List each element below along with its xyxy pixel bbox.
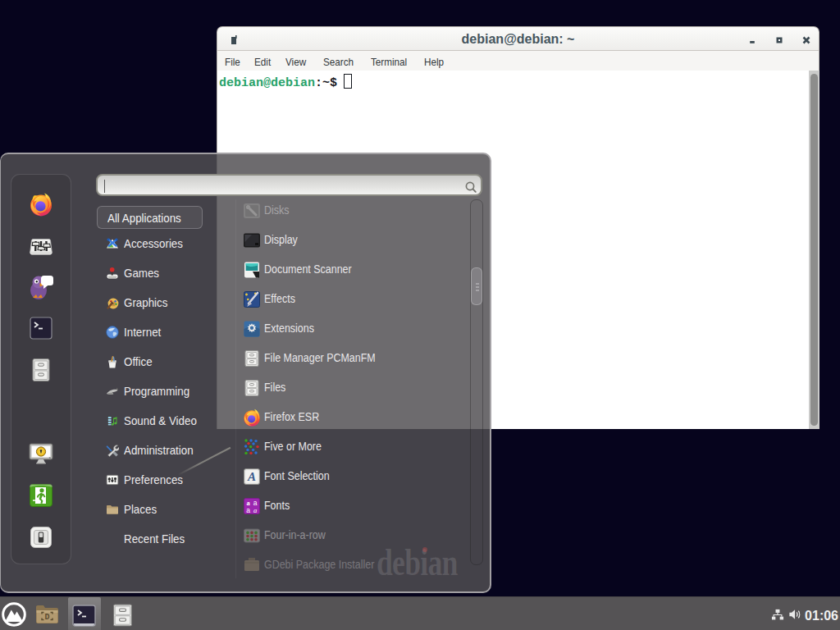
svg-text:D: D bbox=[44, 613, 49, 622]
svg-text:a: a bbox=[246, 506, 250, 514]
svg-text:a: a bbox=[253, 506, 257, 514]
svg-text:A: A bbox=[247, 470, 256, 483]
